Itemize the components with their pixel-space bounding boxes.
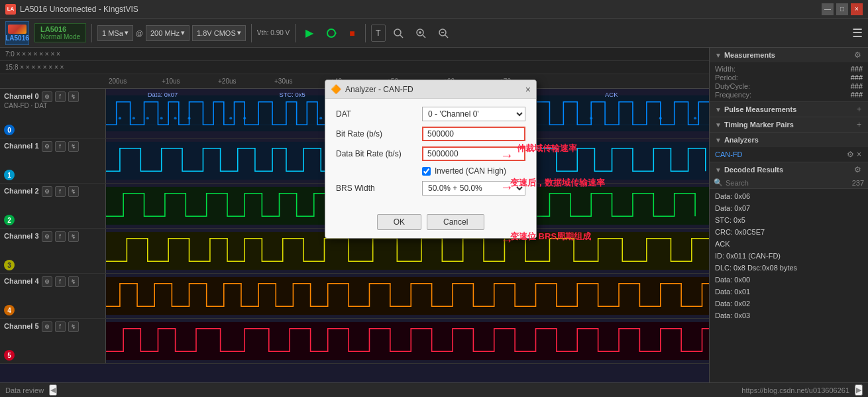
channel-trig-2[interactable]: ↯ bbox=[68, 186, 79, 197]
channel-fn-4[interactable]: f bbox=[55, 276, 66, 287]
decoded-search-bar: 🔍 237 bbox=[710, 177, 868, 189]
brs-width-select[interactable]: 50.0% + 50.0% bbox=[422, 181, 525, 196]
sample-time: Vth: 0.90 V bbox=[257, 29, 290, 36]
pulse-add-button[interactable]: + bbox=[855, 105, 863, 114]
maximize-button[interactable]: □ bbox=[836, 3, 848, 15]
timing-title: Timing Marker Pairs bbox=[724, 121, 855, 129]
zoom-out-button[interactable] bbox=[433, 25, 453, 42]
analyzers-header[interactable]: ▼ Analyzers bbox=[710, 133, 868, 147]
ok-button[interactable]: OK bbox=[377, 214, 421, 230]
channel-fn-2[interactable]: f bbox=[55, 186, 66, 197]
list-item: Data: 0x02 bbox=[710, 298, 868, 310]
channel-name-5: Channel 5 bbox=[4, 322, 39, 330]
measurements-header[interactable]: ▼ Measurements ⚙ bbox=[710, 48, 868, 62]
cancel-button[interactable]: Cancel bbox=[427, 214, 484, 230]
channel-trig-3[interactable]: ↯ bbox=[68, 231, 79, 242]
channel-name-1: Channel 1 bbox=[4, 142, 39, 150]
menu-button[interactable]: ☰ bbox=[852, 26, 863, 40]
channel-fn-1[interactable]: f bbox=[55, 141, 66, 152]
period-label: Period: bbox=[715, 74, 798, 82]
svg-point-1 bbox=[394, 29, 401, 36]
svg-point-17 bbox=[133, 117, 135, 119]
text-btn[interactable]: T bbox=[371, 25, 386, 42]
channel-settings-3[interactable]: ⚙ bbox=[42, 231, 52, 242]
separator-1 bbox=[91, 24, 92, 42]
measurements-grid: Width: ### Period: ### DutyCycle: ### Fr… bbox=[710, 62, 868, 101]
top-info-row-2: 15:8 × × × × × × × × bbox=[0, 61, 709, 74]
mode-display: LA5016 Normal Mode bbox=[34, 23, 86, 42]
channel-settings-2[interactable]: ⚙ bbox=[42, 186, 52, 197]
channel-label-1: Channel 1 ⚙ f ↯ 1 bbox=[0, 139, 106, 183]
channel-settings-0[interactable]: ⚙ bbox=[42, 91, 52, 102]
bit-rate-control bbox=[422, 127, 525, 141]
channel-fn-0[interactable]: f bbox=[55, 91, 66, 102]
channel-label-0: Channel 0 ⚙ f ↯ CAN-FD · DAT 0 bbox=[0, 89, 106, 138]
svg-line-2 bbox=[400, 35, 403, 38]
analyzer-settings-button[interactable]: ⚙ bbox=[845, 150, 855, 159]
channel-fn-3[interactable]: f bbox=[55, 231, 66, 242]
channel-settings-1[interactable]: ⚙ bbox=[42, 141, 52, 152]
zoom-in-button[interactable] bbox=[411, 25, 431, 42]
sample-rate-dropdown[interactable]: 1 MSa ▾ bbox=[97, 25, 133, 41]
dialog-footer: OK Cancel bbox=[325, 209, 536, 238]
channel-settings-4[interactable]: ⚙ bbox=[42, 276, 52, 287]
app-icon: LA bbox=[5, 4, 16, 15]
time-mark-0: 200us bbox=[109, 78, 127, 85]
dat-select[interactable]: 0 - 'Channel 0' bbox=[422, 107, 525, 121]
decoded-results-header[interactable]: ▼ Decoded Results ⚙ bbox=[710, 162, 868, 177]
frequency-dropdown[interactable]: 200 MHz ▾ bbox=[146, 25, 190, 41]
channel-trig-1[interactable]: ↯ bbox=[68, 141, 79, 152]
loop-button[interactable] bbox=[321, 25, 342, 42]
svg-point-29 bbox=[659, 117, 662, 119]
channel-label-5: Channel 5 ⚙ f ↯ 5 bbox=[0, 319, 106, 363]
inverted-label: Inverted (CAN High) bbox=[435, 166, 506, 176]
logo-text: LA5016 bbox=[5, 34, 29, 42]
separator-4 bbox=[365, 24, 366, 42]
channel-settings-5[interactable]: ⚙ bbox=[42, 321, 52, 332]
decoded-list[interactable]: Data: 0x06 Data: 0x07 STC: 0x5 CRC: 0x0C… bbox=[710, 189, 868, 382]
channel-trig-4[interactable]: ↯ bbox=[68, 276, 79, 287]
inverted-checkbox[interactable] bbox=[422, 167, 431, 176]
analyzers-section: ▼ Analyzers CAN-FD ⚙ × bbox=[710, 133, 868, 162]
channel-row-4: Channel 4 ⚙ f ↯ 4 bbox=[0, 274, 709, 319]
channel-trig-0[interactable]: ↯ bbox=[68, 91, 79, 102]
minimize-button[interactable]: — bbox=[822, 3, 834, 15]
timing-add-button[interactable]: + bbox=[855, 120, 863, 129]
copyright-text: https://blog.csdn.net/u013606261 bbox=[741, 386, 849, 394]
decoded-settings-button[interactable]: ⚙ bbox=[853, 165, 863, 174]
voltage-dropdown[interactable]: 1.8V CMOS ▾ bbox=[192, 25, 246, 41]
channel-trig-5[interactable]: ↯ bbox=[68, 321, 79, 332]
close-button[interactable]: × bbox=[851, 3, 863, 15]
cursor-btn[interactable] bbox=[388, 25, 408, 42]
width-label: Width: bbox=[715, 65, 798, 73]
right-panel: ▼ Measurements ⚙ Width: ### Period: ### … bbox=[709, 48, 868, 382]
measurements-settings-button[interactable]: ⚙ bbox=[853, 50, 863, 60]
analyzers-row: CAN-FD ⚙ × bbox=[710, 147, 868, 162]
timing-section: ▼ Timing Marker Pairs + bbox=[710, 117, 868, 133]
svg-text:STC: 0x5: STC: 0x5 bbox=[279, 91, 305, 98]
dat-label: DAT bbox=[336, 109, 422, 119]
search-input[interactable] bbox=[726, 179, 852, 187]
bit-rate-input[interactable] bbox=[422, 127, 525, 141]
analyzer-close-button[interactable]: × bbox=[855, 150, 863, 159]
channel-badge-0: 0 bbox=[4, 125, 15, 135]
data-bit-rate-input[interactable] bbox=[422, 146, 525, 161]
svg-point-19 bbox=[160, 117, 163, 119]
time-mark-1: +10us bbox=[162, 78, 180, 85]
svg-line-4 bbox=[423, 35, 425, 38]
timing-header[interactable]: ▼ Timing Marker Pairs + bbox=[710, 117, 868, 132]
frequency-value: ### bbox=[804, 91, 863, 99]
decoded-arrow: ▼ bbox=[715, 166, 722, 174]
play-button[interactable]: ▶ bbox=[301, 25, 318, 42]
status-forward-button[interactable]: ▶ bbox=[855, 384, 863, 396]
pulse-measurements-header[interactable]: ▼ Pulse Measurements + bbox=[710, 102, 868, 117]
dialog-close-button[interactable]: × bbox=[525, 84, 531, 95]
analyzers-title: Analyzers bbox=[724, 136, 863, 144]
channel-fn-5[interactable]: f bbox=[55, 321, 66, 332]
list-item: Data: 0x03 bbox=[710, 310, 868, 321]
status-back-button[interactable]: ◀ bbox=[49, 384, 57, 396]
width-value: ### bbox=[804, 65, 863, 73]
list-item: ID: 0x011 (CAN-FD) bbox=[710, 250, 868, 262]
pulse-title: Pulse Measurements bbox=[724, 105, 855, 113]
stop-button[interactable]: ■ bbox=[345, 25, 359, 42]
